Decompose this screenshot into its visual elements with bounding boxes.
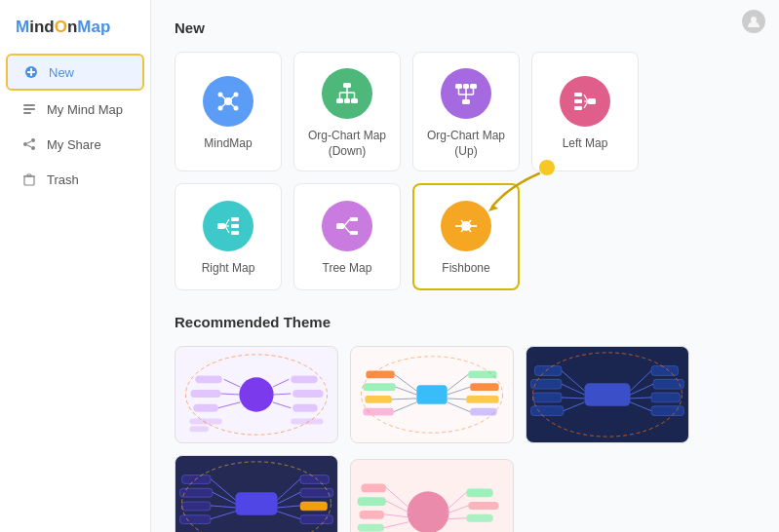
svg-line-53 (225, 219, 229, 226)
map-card-left-map[interactable]: Left Map (531, 52, 639, 171)
svg-rect-116 (651, 406, 683, 416)
sidebar-item-trash[interactable]: Trash (6, 163, 144, 196)
user-avatar[interactable] (742, 10, 765, 33)
sidebar-item-my-share[interactable]: My Share (6, 128, 144, 161)
svg-rect-133 (300, 502, 327, 511)
svg-rect-25 (336, 98, 343, 103)
map-card-right-map[interactable]: Right Map (175, 183, 282, 290)
svg-rect-13 (27, 174, 31, 176)
svg-line-110 (562, 384, 585, 395)
svg-line-146 (386, 501, 409, 513)
svg-point-6 (31, 138, 35, 142)
theme-card-2[interactable] (350, 346, 514, 443)
svg-rect-57 (350, 217, 358, 221)
svg-rect-132 (300, 488, 332, 497)
top-right-area (742, 10, 765, 33)
trash-icon (21, 171, 37, 187)
new-section-title: New (175, 19, 756, 36)
svg-line-83 (273, 394, 292, 395)
svg-rect-79 (292, 390, 323, 398)
svg-rect-90 (363, 408, 393, 416)
tree-map-label: Tree Map (323, 261, 372, 277)
svg-line-129 (211, 506, 235, 508)
svg-rect-35 (463, 84, 469, 89)
svg-point-7 (23, 142, 27, 146)
svg-rect-36 (470, 84, 477, 89)
svg-rect-58 (350, 231, 358, 235)
svg-rect-50 (231, 217, 239, 221)
mindmap-icon (203, 76, 253, 127)
svg-line-118 (631, 384, 654, 395)
svg-rect-95 (468, 370, 496, 378)
svg-rect-3 (23, 104, 35, 106)
map-card-tree-map[interactable]: Tree Map (293, 183, 401, 290)
sidebar-item-trash-label: Trash (47, 172, 79, 187)
svg-line-130 (211, 512, 235, 519)
svg-line-77 (218, 402, 241, 408)
svg-rect-80 (292, 404, 317, 412)
svg-rect-134 (300, 515, 332, 524)
sidebar-item-new[interactable]: New (6, 54, 144, 91)
fishbone-icon (441, 201, 491, 251)
svg-line-154 (448, 518, 467, 519)
sidebar-item-new-label: New (49, 65, 74, 80)
svg-rect-151 (466, 514, 492, 522)
svg-line-76 (221, 394, 241, 395)
svg-rect-5 (23, 112, 31, 114)
svg-line-9 (27, 141, 31, 143)
svg-rect-104 (584, 383, 630, 406)
svg-rect-108 (531, 406, 564, 416)
theme-card-5[interactable] (350, 459, 514, 532)
theme-card-3[interactable] (526, 346, 689, 443)
svg-line-82 (273, 379, 290, 387)
svg-rect-26 (344, 98, 350, 103)
svg-line-60 (344, 226, 350, 233)
svg-rect-56 (336, 223, 344, 229)
map-card-fishbone[interactable]: Fishbone (412, 183, 520, 290)
map-card-org-chart-down[interactable]: Org-Chart Map (Down) (293, 52, 401, 171)
svg-rect-122 (235, 492, 277, 515)
svg-line-119 (631, 398, 652, 399)
svg-line-112 (564, 402, 585, 411)
my-mind-map-icon (21, 101, 37, 117)
theme-card-4[interactable] (175, 455, 338, 532)
svg-line-93 (392, 399, 416, 399)
svg-rect-71 (190, 390, 220, 398)
svg-rect-51 (231, 224, 239, 228)
svg-rect-34 (455, 84, 462, 89)
svg-line-147 (384, 514, 409, 517)
svg-rect-150 (468, 502, 498, 510)
svg-rect-74 (189, 426, 209, 432)
svg-rect-125 (182, 502, 211, 511)
svg-rect-124 (180, 488, 213, 497)
svg-rect-96 (470, 383, 498, 391)
org-chart-down-label: Org-Chart Map (Down) (302, 129, 392, 159)
sidebar-item-my-share-label: My Share (47, 137, 101, 152)
svg-rect-86 (416, 385, 447, 404)
svg-line-102 (448, 402, 471, 412)
svg-rect-142 (358, 497, 386, 506)
map-card-org-chart-up[interactable]: Org-Chart Map (Up) (412, 52, 520, 171)
svg-rect-144 (358, 523, 384, 531)
svg-rect-4 (23, 108, 35, 110)
map-card-mindmap[interactable]: MindMap (175, 52, 282, 171)
svg-line-117 (631, 370, 652, 391)
theme-card-1[interactable] (175, 346, 338, 443)
svg-rect-143 (360, 511, 384, 519)
svg-marker-68 (488, 205, 498, 211)
svg-line-101 (448, 399, 467, 399)
svg-rect-107 (533, 393, 562, 402)
svg-rect-52 (231, 231, 239, 235)
svg-rect-88 (363, 383, 395, 391)
org-chart-up-label: Org-Chart Map (Up) (421, 129, 511, 159)
svg-rect-42 (588, 98, 596, 104)
svg-line-55 (225, 226, 229, 233)
svg-point-8 (31, 146, 35, 150)
sidebar-item-my-mind-map[interactable]: My Mind Map (6, 93, 144, 126)
svg-rect-11 (24, 176, 34, 185)
svg-rect-43 (574, 93, 582, 96)
svg-rect-33 (462, 99, 470, 104)
svg-line-135 (278, 478, 301, 500)
recommended-section-title: Recommended Theme (175, 314, 756, 330)
svg-rect-49 (217, 223, 225, 229)
